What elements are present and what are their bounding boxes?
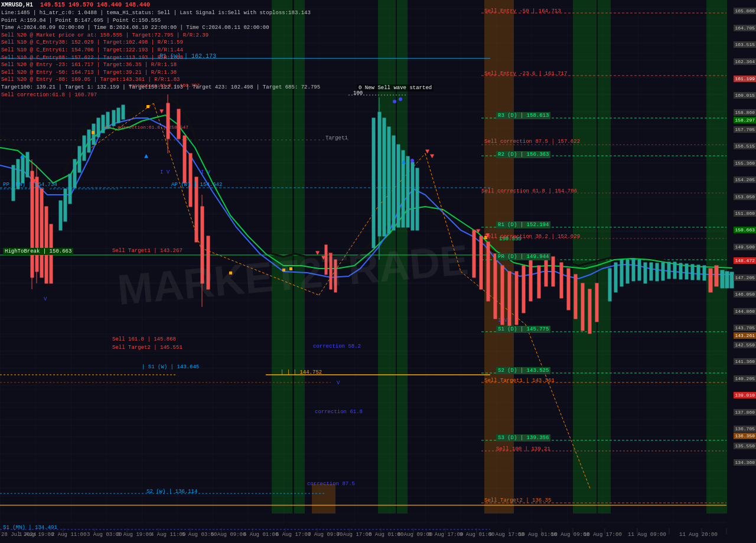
price-156515: 156.515	[734, 143, 756, 149]
svg-rect-80	[189, 153, 192, 207]
svg-rect-89	[480, 236, 483, 289]
svg-rect-88	[472, 230, 475, 277]
svg-rect-96	[529, 260, 532, 301]
svg-rect-131	[392, 136, 395, 230]
svg-rect-99	[552, 257, 555, 286]
svg-rect-124	[117, 108, 120, 123]
svg-rect-152	[697, 265, 700, 280]
price-13901: 139.010	[734, 392, 756, 398]
chart-svg: ▲ ▲ ▲ ▼ ▼ ▼ ▼ ▼ ▼ ▼ ▼ ▼	[0, 0, 756, 543]
svg-text:▼: ▼	[425, 148, 430, 156]
svg-text:▼: ▼	[32, 177, 37, 185]
svg-rect-137	[608, 269, 611, 301]
svg-rect-147	[667, 262, 670, 279]
svg-rect-38	[598, 0, 611, 513]
svg-rect-75	[50, 224, 53, 283]
price-15186: 151.860	[734, 210, 756, 217]
svg-rect-126	[372, 118, 375, 248]
price-147205: 147.205	[734, 274, 756, 281]
price-143261: 143.261	[734, 332, 756, 339]
svg-rect-142	[638, 260, 641, 280]
price-axis: 165.860 164.705 163.515 162.364 161.199 …	[726, 0, 756, 543]
price-157705: 157.705	[734, 126, 756, 133]
svg-text:▼: ▼	[476, 227, 481, 235]
svg-text:11 Aug 20:00: 11 Aug 20:00	[679, 532, 718, 538]
svg-text:5 Aug 09:00: 5 Aug 09:00	[211, 532, 246, 538]
price-164705: 164.705	[734, 25, 756, 31]
svg-text:2 Aug 11:00: 2 Aug 11:00	[51, 532, 86, 538]
svg-rect-111	[26, 152, 29, 177]
price-14136: 141.360	[734, 358, 756, 365]
svg-rect-123	[112, 110, 115, 126]
svg-rect-104	[588, 289, 591, 333]
svg-rect-153	[703, 266, 706, 280]
svg-rect-90	[487, 242, 490, 301]
price-158297: 158.297	[734, 117, 756, 123]
svg-rect-94	[515, 272, 518, 325]
svg-rect-106	[709, 269, 712, 292]
svg-rect-149	[679, 263, 682, 279]
svg-rect-91	[494, 254, 497, 319]
svg-rect-107	[715, 266, 718, 286]
price-143705: 143.705	[734, 325, 756, 331]
svg-rect-140	[626, 260, 629, 283]
svg-rect-108	[12, 165, 15, 201]
svg-text:3 Aug 19:00: 3 Aug 19:00	[117, 532, 152, 538]
svg-rect-112	[59, 201, 62, 230]
svg-text:11 Aug 09:00: 11 Aug 09:00	[628, 532, 666, 538]
svg-rect-144	[650, 263, 653, 280]
svg-point-177	[410, 159, 414, 162]
svg-text:▲: ▲	[402, 158, 406, 166]
svg-rect-103	[581, 283, 584, 331]
price-14255: 142.550	[734, 342, 756, 348]
svg-rect-122	[106, 112, 109, 129]
svg-text:10 Aug 17:00: 10 Aug 17:00	[584, 532, 622, 538]
price-13671: 136.705	[734, 426, 756, 432]
svg-rect-130	[387, 127, 390, 233]
price-162364: 162.364	[734, 58, 756, 65]
svg-rect-141	[632, 259, 635, 281]
price-160015: 160.015	[734, 92, 756, 99]
svg-rect-98	[545, 260, 548, 286]
svg-rect-113	[64, 189, 67, 221]
svg-rect-146	[662, 263, 664, 280]
price-161199: 161.199	[734, 76, 756, 82]
svg-rect-170	[146, 105, 149, 108]
svg-rect-135	[411, 162, 414, 230]
svg-rect-105	[595, 283, 598, 322]
chart-container: XMRUSD,H1 149.515 149.570 148.440 148.44…	[0, 0, 756, 543]
svg-rect-154	[721, 270, 724, 288]
svg-text:6 Aug 17:00: 6 Aug 17:00	[276, 532, 311, 538]
svg-rect-169	[92, 131, 94, 134]
price-150663: 150.663	[734, 227, 756, 233]
svg-text:7 Aug 17:00: 7 Aug 17:00	[337, 532, 372, 538]
svg-rect-39	[706, 0, 727, 513]
svg-point-176	[399, 97, 402, 101]
price-15886: 158.860	[734, 109, 756, 116]
svg-rect-81	[195, 177, 198, 242]
svg-rect-121	[102, 115, 105, 133]
price-1495: 149.500	[734, 244, 756, 250]
svg-rect-41	[312, 484, 335, 513]
svg-text:8 Aug 17:00: 8 Aug 17:00	[428, 532, 463, 538]
svg-rect-118	[87, 130, 90, 152]
svg-rect-109	[17, 159, 19, 189]
svg-rect-101	[567, 269, 570, 310]
svg-rect-148	[673, 262, 676, 279]
svg-rect-120	[97, 118, 100, 137]
price-163515: 163.515	[734, 41, 756, 48]
svg-rect-150	[685, 264, 688, 279]
svg-rect-125	[122, 105, 125, 119]
svg-rect-139	[620, 260, 623, 286]
svg-rect-97	[537, 266, 540, 298]
svg-rect-95	[522, 266, 525, 313]
svg-rect-116	[78, 146, 81, 172]
price-13786: 137.860	[734, 409, 756, 416]
svg-rect-129	[383, 118, 386, 236]
price-13555: 135.550	[734, 443, 756, 449]
svg-text:▲: ▲	[144, 152, 149, 161]
svg-text:4 Aug 11:00: 4 Aug 11:00	[151, 532, 185, 538]
price-14021: 140.205	[734, 375, 756, 382]
svg-rect-37	[573, 0, 597, 513]
svg-text:8 Aug 09:00: 8 Aug 09:00	[397, 532, 432, 538]
